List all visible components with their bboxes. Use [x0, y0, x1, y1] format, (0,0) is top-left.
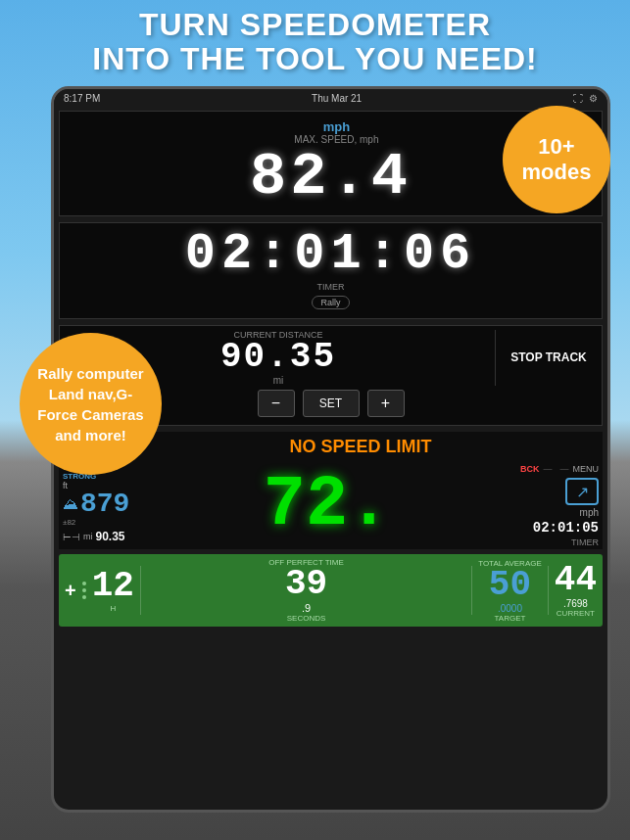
rally-bubble: Rally computer Land nav,G-Force Cameras …: [20, 333, 162, 475]
device-topbar: 8:17 PM Thu Mar 21 ⛶ ⚙: [54, 89, 607, 108]
dot2: [82, 588, 86, 592]
dot1: [82, 582, 86, 585]
hud-center: 72.: [137, 462, 516, 547]
mph-label-small: mph: [580, 507, 599, 518]
current-dot: .7698: [563, 598, 588, 609]
topbar-icons: ⛶ ⚙: [573, 93, 598, 104]
expand-icon: ⛶: [573, 93, 583, 104]
timer-label: TIMER: [68, 282, 594, 292]
bck-label: BCK: [520, 464, 540, 474]
stop-track-button[interactable]: STOP TRACK: [510, 350, 587, 366]
dots-col: [82, 582, 86, 599]
set-button[interactable]: SET: [303, 390, 360, 417]
mi-value: 90.35: [96, 530, 125, 543]
hud-main: GPS —— STRONG ft ⛰ 879 ±82 ⊢⊣ mi 90.35: [59, 460, 603, 549]
mi-row: ⊢⊣ mi 90.35: [63, 530, 133, 543]
plus-sign: +: [65, 581, 76, 600]
stop-track-area[interactable]: STOP TRACK: [496, 330, 594, 386]
current-label: CURRENT: [557, 609, 595, 618]
elapsed-time: 02:01:05: [533, 520, 599, 536]
hud-right-panel: BCK — — MENU ↗ mph 02:01:05 TIMER: [520, 462, 599, 547]
bck-menu-row: BCK — — MENU: [520, 462, 599, 476]
target-value: 50: [489, 568, 531, 603]
arrow-button[interactable]: ↗: [565, 478, 599, 505]
current-col: 44 .7698 CURRENT: [555, 563, 597, 618]
dot9: .9: [302, 602, 311, 614]
bottom-bar: + 12 H OFF PERFECT TIME 39 .9 SECONDS TO…: [59, 554, 603, 627]
seg-line-1: [140, 566, 141, 615]
header-title: TURN SPEEDOMETER INTO THE TOOL YOU NEED!: [0, 8, 630, 76]
header-section: TURN SPEEDOMETER INTO THE TOOL YOU NEED!: [0, 8, 630, 76]
timer-sublabel: Rally: [312, 296, 349, 309]
altitude-value: 879: [80, 490, 129, 518]
rally-bubble-text: Rally computer Land nav,G-Force Cameras …: [29, 363, 152, 445]
alt-pm: ±82: [63, 518, 133, 527]
timer-value: 02:01:06: [68, 229, 594, 280]
minus-button[interactable]: −: [258, 390, 295, 417]
plus-col: +: [65, 581, 76, 600]
seg-line-2: [471, 566, 472, 615]
settings-icon: ⚙: [589, 93, 598, 104]
modes-bubble: 10+ modes: [503, 106, 610, 213]
seconds-label: SECONDS: [287, 614, 326, 623]
seconds-value: 39: [285, 567, 327, 602]
device-date: Thu Mar 21: [312, 93, 362, 104]
current-value: 44: [555, 563, 597, 598]
ft-label: ft: [63, 481, 68, 490]
seg-line-3: [548, 566, 549, 615]
arrow-symbol: ↗: [576, 483, 589, 501]
hours-col: 12 H: [92, 569, 134, 613]
device-time: 8:17 PM: [64, 93, 100, 104]
target-label: TARGET: [495, 614, 526, 623]
hud-left-panel: GPS —— STRONG ft ⛰ 879 ±82 ⊢⊣ mi 90.35: [63, 462, 133, 547]
hours-label: H: [110, 604, 116, 613]
target-dot: .0000: [498, 603, 522, 614]
timer-label-small: TIMER: [571, 537, 599, 547]
no-speed-limit-label: NO SPEED LIMIT: [124, 437, 597, 457]
live-speed: 72.: [264, 470, 391, 540]
modes-label: modes: [522, 160, 592, 184]
timer-section: 02:01:06 TIMER Rally: [59, 222, 603, 319]
plus-button[interactable]: +: [367, 390, 405, 417]
target-col: TOTAL AVERAGE 50 .0000 TARGET: [478, 559, 542, 623]
modes-number: 10+: [538, 134, 574, 159]
hours-value: 12: [92, 569, 134, 604]
menu-label: MENU: [573, 464, 600, 474]
off-perfect-col: OFF PERFECT TIME 39 .9 SECONDS: [147, 558, 465, 623]
mi-icon: ⊢⊣: [63, 532, 80, 542]
dot3: [82, 595, 86, 599]
mi-label: mi: [83, 532, 93, 541]
altitude-icon: ⛰: [63, 495, 78, 513]
